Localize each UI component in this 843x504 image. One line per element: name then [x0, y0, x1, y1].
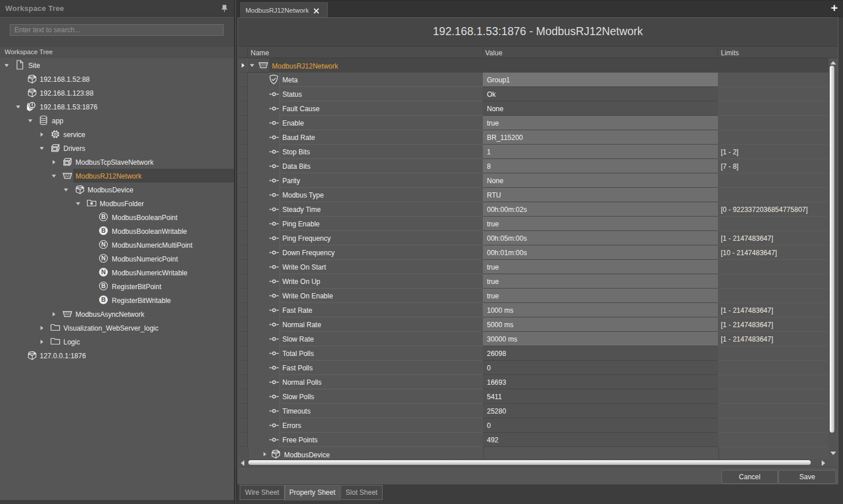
svg-text:N: N — [101, 241, 106, 248]
svg-text:B: B — [101, 296, 106, 303]
svg-text:N: N — [101, 255, 106, 262]
svg-text:B: B — [101, 227, 106, 234]
svg-text:B: B — [101, 283, 106, 289]
svg-text:N: N — [101, 268, 106, 275]
svg-text:B: B — [101, 214, 106, 220]
